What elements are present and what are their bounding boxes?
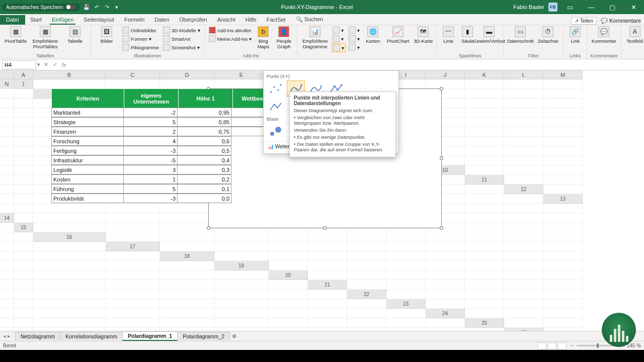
cell[interactable] (269, 232, 308, 242)
table-cell[interactable]: 0,85 (177, 117, 231, 127)
cell[interactable] (504, 127, 543, 137)
cell[interactable] (106, 270, 160, 280)
cell[interactable] (0, 232, 14, 242)
qat-customize-icon[interactable]: ▾ (113, 4, 120, 11)
cell[interactable] (543, 270, 583, 280)
row-header[interactable]: 18 (160, 251, 214, 261)
ribbon-options-icon[interactable]: ▭ (561, 4, 579, 11)
cell[interactable] (33, 261, 106, 270)
cell[interactable] (0, 242, 14, 251)
cell[interactable] (543, 79, 583, 89)
cell[interactable] (33, 242, 106, 251)
table-cell[interactable]: Fertigung (51, 146, 124, 155)
table-cell[interactable]: 3 (123, 165, 178, 174)
cell[interactable] (386, 270, 426, 280)
cell[interactable] (33, 299, 106, 309)
col-header[interactable]: E (214, 70, 269, 79)
table-cell[interactable]: -2 (123, 108, 178, 117)
cell[interactable] (504, 213, 543, 223)
cell[interactable] (160, 309, 214, 318)
normal-view-button[interactable] (537, 342, 546, 349)
cell[interactable] (269, 318, 308, 328)
cell[interactable] (504, 137, 543, 146)
save-icon[interactable]: 💾 (83, 4, 90, 11)
cell[interactable] (543, 156, 583, 165)
cell[interactable] (14, 309, 33, 318)
cell[interactable] (465, 309, 504, 318)
cell[interactable] (14, 318, 33, 328)
redo-icon[interactable]: ↷ (103, 4, 110, 11)
table-cell[interactable]: -5 (123, 155, 178, 165)
cell[interactable] (0, 204, 14, 213)
cell[interactable] (160, 270, 214, 280)
table-cell[interactable]: 0,5 (177, 146, 231, 155)
line-chart-button[interactable]: ▾ (348, 26, 361, 34)
cell[interactable] (543, 146, 583, 156)
cell[interactable] (14, 280, 33, 290)
cell[interactable] (465, 118, 504, 127)
formula-input[interactable] (68, 60, 644, 69)
table-cell[interactable]: -3 (123, 146, 178, 155)
cell[interactable] (504, 251, 543, 261)
tab-daten[interactable]: Daten (149, 15, 174, 25)
cell[interactable] (465, 137, 504, 146)
table-cell[interactable]: Infrastruktur (51, 155, 124, 165)
cell[interactable] (106, 280, 160, 290)
screenshot-button[interactable]: Screenshot ▾ (162, 43, 201, 51)
cell[interactable] (160, 213, 214, 223)
cell[interactable] (0, 194, 14, 204)
cell[interactable] (543, 328, 583, 331)
row-header[interactable]: 11 (465, 175, 504, 185)
tab-hilfe[interactable]: Hilfe (240, 15, 262, 25)
zoom-slider[interactable] (577, 345, 617, 346)
cell[interactable] (426, 280, 465, 290)
bubble-option-1[interactable] (267, 123, 285, 139)
cell[interactable] (465, 165, 504, 175)
cell[interactable] (347, 299, 386, 309)
cell[interactable] (0, 309, 14, 318)
cell[interactable] (0, 328, 14, 331)
minimize-icon[interactable]: — (583, 4, 600, 11)
cell[interactable] (308, 328, 347, 331)
cell[interactable] (160, 280, 214, 290)
cell[interactable] (308, 251, 347, 261)
cell[interactable] (269, 328, 308, 331)
link-button[interactable]: 🔗Link (567, 26, 584, 44)
cell[interactable] (543, 204, 583, 213)
cell[interactable] (543, 299, 583, 309)
cell[interactable] (14, 108, 33, 118)
cell[interactable] (465, 223, 504, 232)
statistic-chart-button[interactable]: ▾ (348, 35, 361, 43)
cell[interactable] (14, 204, 33, 213)
table-cell[interactable] (231, 175, 286, 185)
table-cell[interactable]: Marktanteil (51, 108, 124, 117)
cell[interactable] (14, 165, 33, 175)
cell[interactable] (386, 309, 426, 318)
cell[interactable] (465, 146, 504, 156)
page-layout-button[interactable] (547, 342, 556, 349)
table-cell[interactable]: Führung (51, 184, 124, 194)
cell[interactable] (14, 213, 33, 223)
cell[interactable] (33, 213, 106, 223)
cell[interactable] (14, 194, 33, 204)
cell[interactable] (347, 251, 386, 261)
cell[interactable] (269, 280, 308, 290)
cell[interactable] (160, 261, 214, 270)
cell[interactable] (543, 99, 583, 108)
table-cell[interactable]: 1 (123, 174, 178, 184)
3d-models-button[interactable]: 3D-Modelle ▾ (162, 26, 201, 34)
cell[interactable] (426, 79, 465, 89)
cell[interactable] (160, 299, 214, 309)
cell[interactable] (0, 175, 14, 185)
col-header[interactable]: L (504, 70, 543, 79)
cell[interactable] (269, 290, 308, 299)
cell[interactable] (14, 185, 33, 194)
add-sheet-button[interactable]: ⊕ (229, 333, 238, 339)
cell[interactable] (0, 137, 14, 146)
cell[interactable] (106, 251, 160, 261)
cell[interactable] (14, 175, 33, 185)
cell[interactable] (426, 251, 465, 261)
cell[interactable] (214, 299, 269, 309)
zoom-level[interactable]: 145 % (627, 343, 641, 348)
cell[interactable] (0, 280, 14, 290)
